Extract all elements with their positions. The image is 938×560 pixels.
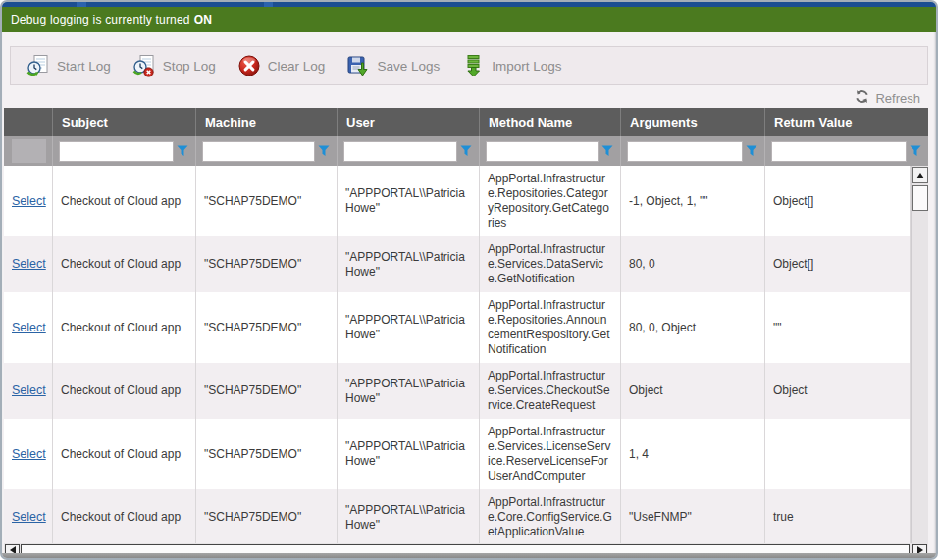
header-arguments[interactable]: Arguments [621, 108, 765, 136]
subject-cell: Checkout of Cloud app [53, 292, 196, 363]
filter-cell-user [338, 136, 480, 166]
start-log-button[interactable]: Start Log [19, 50, 125, 81]
refresh-button[interactable]: Refresh [855, 89, 920, 107]
select-link[interactable]: Select [12, 383, 46, 398]
select-link[interactable]: Select [12, 194, 46, 209]
up-arrow-icon [916, 173, 924, 178]
filter-blank [12, 139, 46, 163]
save-logs-icon [346, 54, 370, 77]
debug-log-window: Debug logging is currently turned ON Sta… [0, 0, 938, 560]
subject-cell: Checkout of Cloud app [53, 489, 196, 543]
vertical-scrollbar[interactable] [911, 166, 928, 543]
filter-input-method[interactable] [486, 141, 599, 162]
arguments-cell: 80, 0, Object [621, 292, 765, 363]
import-logs-button[interactable]: Import Logs [453, 50, 575, 81]
select-cell: Select [4, 292, 53, 363]
stop-log-icon [132, 54, 156, 77]
filter-funnel-subject[interactable] [174, 141, 191, 161]
filter-input-return[interactable] [771, 141, 907, 162]
user-cell: "APPPORTAL\\PatriciaHowe" [338, 489, 480, 543]
subject-cell: Checkout of Cloud app [53, 363, 196, 419]
user-cell: "APPPORTAL\\PatriciaHowe" [338, 363, 480, 419]
clear-log-icon [237, 54, 261, 77]
select-link[interactable]: Select [12, 510, 46, 525]
filter-cell-machine [196, 136, 338, 166]
save-logs-button[interactable]: Save Logs [339, 50, 453, 81]
grid-filter-row [4, 136, 928, 166]
start-log-icon [26, 54, 50, 77]
machine-cell: "SCHAP75DEMO" [196, 292, 338, 363]
method-name-cell: AppPortal.Infrastructure.Repositories.An… [480, 292, 621, 363]
grid-header-row: Subject Machine User Method Name Argumen… [4, 108, 928, 136]
clear-log-button[interactable]: Clear Log [230, 50, 339, 81]
table-row: Select Checkout of Cloud app "SCHAP75DEM… [4, 489, 928, 543]
start-log-label: Start Log [57, 59, 111, 74]
select-link[interactable]: Select [12, 447, 46, 462]
select-link[interactable]: Select [12, 257, 46, 272]
filter-cell-arguments [621, 136, 765, 166]
table-body: Select Checkout of Cloud app "SCHAP75DEM… [4, 166, 928, 543]
filter-funnel-return[interactable] [907, 141, 924, 161]
user-cell: "APPPORTAL\\PatriciaHowe" [338, 236, 480, 292]
machine-cell: "SCHAP75DEMO" [196, 489, 338, 543]
arguments-cell: "UseFNMP" [621, 489, 765, 543]
select-link[interactable]: Select [12, 321, 46, 335]
filter-cell-select [4, 136, 53, 166]
header-select[interactable] [4, 108, 53, 136]
machine-cell: "SCHAP75DEMO" [196, 363, 338, 419]
filter-funnel-user[interactable] [457, 141, 475, 161]
filter-funnel-arguments[interactable] [743, 141, 760, 161]
return-value-cell: Object[] [765, 236, 911, 292]
refresh-icon [855, 89, 869, 107]
select-cell: Select [4, 419, 53, 489]
table-row: Select Checkout of Cloud app "SCHAP75DEM… [4, 419, 928, 489]
header-user[interactable]: User [338, 108, 480, 136]
clear-log-label: Clear Log [268, 59, 326, 74]
filter-input-arguments[interactable] [627, 141, 743, 162]
arguments-cell: 1, 4 [621, 419, 765, 489]
vertical-scroll-thumb[interactable] [912, 185, 928, 211]
method-name-cell: AppPortal.Infrastructure.Repositories.Ca… [480, 166, 621, 236]
select-cell: Select [4, 489, 53, 543]
log-toolbar: Start Log Stop Log [10, 46, 928, 85]
log-grid: Subject Machine User Method Name Argumen… [4, 108, 928, 557]
select-cell: Select [4, 363, 53, 419]
stop-log-button[interactable]: Stop Log [125, 50, 230, 81]
subject-cell: Checkout of Cloud app [53, 166, 196, 236]
filter-funnel-method[interactable] [599, 141, 616, 161]
arguments-cell: 80, 0 [621, 236, 765, 292]
arguments-cell: Object [621, 363, 765, 419]
return-value-cell: Object[] [765, 166, 911, 236]
method-name-cell: AppPortal.Infrastructure.Services.Licens… [480, 419, 621, 489]
filter-input-user[interactable] [343, 141, 457, 162]
header-subject[interactable]: Subject [53, 108, 196, 136]
save-logs-label: Save Logs [377, 59, 440, 74]
machine-cell: "SCHAP75DEMO" [196, 419, 338, 489]
banner-status: ON [194, 13, 212, 26]
header-machine[interactable]: Machine [196, 108, 338, 136]
return-value-cell: "" [765, 292, 911, 363]
machine-cell: "SCHAP75DEMO" [196, 166, 338, 236]
user-cell: "APPPORTAL\\PatriciaHowe" [338, 166, 480, 236]
table-row: Select Checkout of Cloud app "SCHAP75DEM… [4, 363, 928, 419]
user-cell: "APPPORTAL\\PatriciaHowe" [338, 292, 480, 363]
subject-cell: Checkout of Cloud app [53, 419, 196, 489]
import-logs-icon [461, 54, 485, 77]
scroll-up-button[interactable] [912, 167, 928, 183]
filter-input-machine[interactable] [202, 141, 315, 162]
arguments-cell: -1, Object, 1, "" [621, 166, 765, 236]
filter-funnel-machine[interactable] [315, 141, 333, 161]
filter-input-subject[interactable] [59, 141, 174, 162]
refresh-label: Refresh [875, 91, 920, 106]
user-cell: "APPPORTAL\\PatriciaHowe" [338, 419, 480, 489]
method-name-cell: AppPortal.Infrastructure.Services.Checko… [480, 363, 621, 419]
header-method-name[interactable]: Method Name [480, 108, 621, 136]
header-return-value[interactable]: Return Value [765, 108, 928, 136]
window-bottom-frame [2, 553, 936, 558]
method-name-cell: AppPortal.Infrastructure.Services.DataSe… [480, 236, 621, 292]
subject-cell: Checkout of Cloud app [53, 236, 196, 292]
table-row: Select Checkout of Cloud app "SCHAP75DEM… [4, 236, 928, 292]
method-name-cell: AppPortal.Infrastructure.Core.ConfigServ… [480, 489, 621, 543]
return-value-cell [765, 419, 911, 489]
select-cell: Select [4, 166, 53, 236]
